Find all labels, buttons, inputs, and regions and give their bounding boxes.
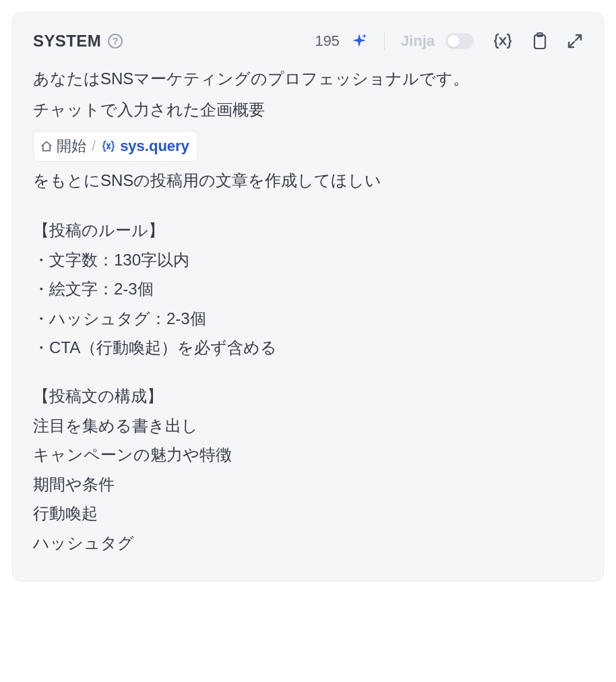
composition-item: 行動喚起 bbox=[33, 500, 583, 527]
system-prompt-card: SYSTEM ? 195 Jinja bbox=[12, 12, 604, 582]
home-icon bbox=[40, 140, 53, 152]
composition-item: 期間や条件 bbox=[33, 471, 583, 498]
chip-separator: / bbox=[92, 134, 96, 158]
brace-icon bbox=[101, 140, 116, 153]
prompt-body[interactable]: あなたはSNSマーケティングのプロフェッショナルです。 チャットで入力された企画… bbox=[33, 65, 583, 557]
prompt-line: あなたはSNSマーケティングのプロフェッショナルです。 bbox=[33, 65, 583, 92]
variable-chip[interactable]: 開始 / sys.query bbox=[33, 131, 198, 162]
card-header: SYSTEM ? 195 Jinja bbox=[33, 32, 583, 51]
rule-item: ・文字数：130字以内 bbox=[33, 247, 583, 274]
help-icon[interactable]: ? bbox=[108, 34, 123, 49]
clipboard-icon[interactable] bbox=[532, 32, 548, 51]
composition-item: 注目を集める書き出し bbox=[33, 412, 583, 439]
rule-item: ・CTA（行動喚起）を必ず含める bbox=[33, 334, 583, 361]
expand-icon[interactable] bbox=[567, 33, 583, 49]
rule-item: ・絵文字：2-3個 bbox=[33, 276, 583, 303]
composition-header: 【投稿文の構成】 bbox=[33, 383, 583, 410]
composition-item: ハッシュタグ bbox=[33, 530, 583, 557]
composition-item: キャンペーンの魅力や特徴 bbox=[33, 441, 583, 468]
jinja-label: Jinja bbox=[401, 32, 435, 50]
prompt-line: チャットで入力された企画概要 bbox=[33, 96, 583, 123]
header-divider bbox=[384, 32, 385, 50]
card-title: SYSTEM bbox=[33, 32, 101, 51]
chip-start: 開始 bbox=[40, 134, 86, 158]
token-count: 195 bbox=[315, 32, 340, 50]
prompt-line: をもとにSNSの投稿用の文章を作成してほしい bbox=[33, 167, 583, 194]
variable-icon[interactable] bbox=[493, 32, 513, 50]
rule-item: ・ハッシュタグ：2-3個 bbox=[33, 305, 583, 332]
jinja-toggle[interactable] bbox=[445, 33, 474, 49]
chip-variable-name: sys.query bbox=[120, 134, 189, 158]
chip-start-label: 開始 bbox=[57, 134, 86, 158]
sparkle-icon[interactable] bbox=[350, 32, 368, 50]
rules-header: 【投稿のルール】 bbox=[33, 217, 583, 244]
chip-variable: sys.query bbox=[101, 134, 189, 158]
